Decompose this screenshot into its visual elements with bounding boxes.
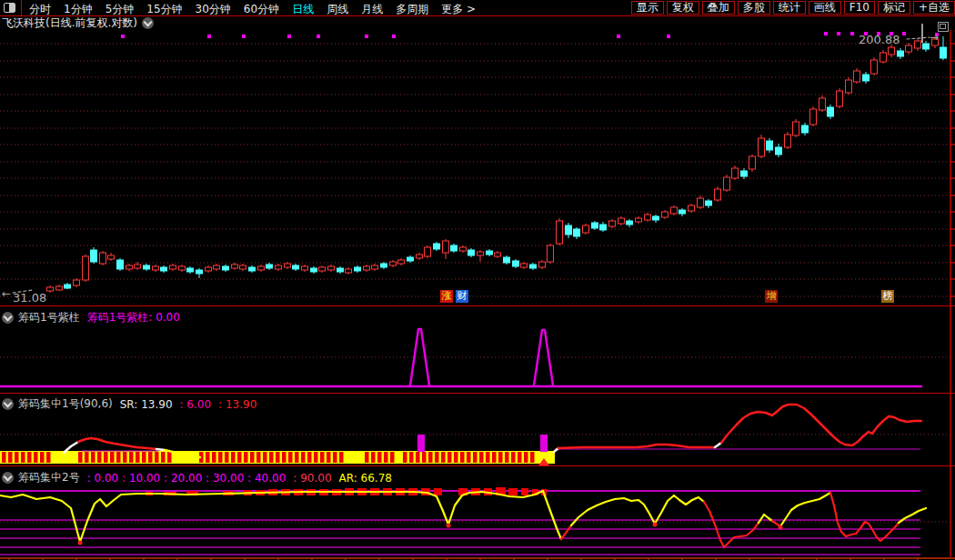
title-chevron-down-icon[interactable] [142, 17, 154, 29]
period-item-2[interactable]: 5分钟 [106, 3, 135, 15]
top-toolbar: 分时1分钟5分钟15分钟30分钟60分钟日线周线月线多周期更多 > 显示复权叠加… [0, 0, 955, 16]
period-item-1[interactable]: 1分钟 [64, 3, 93, 15]
period-item-6[interactable]: 日线 [292, 3, 314, 15]
period-item-0[interactable]: 分时 [29, 3, 51, 15]
symbol-title: 飞沃科技(日线.前复权.对数) [2, 15, 137, 31]
value-1: : 6.00 [180, 398, 212, 411]
toolbar-divider [21, 0, 22, 15]
sr-value: SR: 13.90 [120, 398, 173, 411]
svg-text:31.08: 31.08 [13, 291, 46, 305]
panel-ciazhu-value: 筹码1号紫柱: 0.00 [87, 310, 180, 325]
trading-app-window: 分时1分钟5分钟15分钟30分钟60分钟日线周线月线多周期更多 > 显示复权叠加… [0, 0, 955, 560]
period-menu: 分时1分钟5分钟15分钟30分钟60分钟日线周线月线多周期更多 > [29, 0, 488, 17]
tools-menu: 显示复权叠加多股统计画线F10标记+自选 [628, 1, 955, 15]
panel-chevron-down-icon[interactable] [2, 312, 14, 324]
panel-jizhong2-header: 筹码集中2号 : 0.00 : 10.00 : 20.00 : 30.00 : … [0, 470, 392, 485]
panel-window-icon[interactable] [938, 22, 949, 32]
period-item-8[interactable]: 月线 [361, 3, 383, 15]
chart-title-bar: 飞沃科技(日线.前复权.对数) [0, 16, 955, 30]
tool-item-3[interactable]: 多股 [738, 1, 770, 15]
panel-chevron-down-icon[interactable] [2, 472, 14, 484]
event-marker-3[interactable]: 榜 [881, 290, 894, 303]
period-item-7[interactable]: 周线 [327, 3, 348, 15]
period-item-10[interactable]: 更多 > [441, 3, 476, 15]
tool-item-1[interactable]: 复权 [667, 1, 699, 15]
event-marker-1[interactable]: 财 [456, 290, 468, 303]
period-item-4[interactable]: 30分钟 [196, 3, 231, 15]
main-candlestick-chart[interactable]: 200.88→←31.08 [0, 30, 955, 305]
period-item-9[interactable]: 多周期 [396, 3, 428, 15]
period-item-3[interactable]: 15分钟 [146, 3, 182, 15]
ref-values: : 0.00 : 10.00 : 20.00 : 30.00 : 40.00 [87, 472, 286, 485]
panel-chevron-down-icon[interactable] [2, 398, 14, 410]
svg-text:←: ← [2, 287, 11, 300]
tool-item-7[interactable]: 标记 [878, 1, 910, 15]
ar-value: AR: 66.78 [339, 472, 392, 485]
svg-text:200.88: 200.88 [859, 33, 900, 46]
event-marker-0[interactable]: 涨 [440, 290, 453, 303]
period-item-5[interactable]: 60分钟 [244, 3, 279, 15]
panel-ciazhu-header: 筹码1号紫柱 筹码1号紫柱: 0.00 [0, 310, 180, 325]
tool-item-2[interactable]: 叠加 [702, 1, 735, 15]
tool-item-8[interactable]: +自选 [913, 1, 955, 15]
panel-jizhong1-header: 筹码集中1号(90,6) SR: 13.90 : 6.00 : 13.90 [0, 396, 256, 412]
tool-item-0[interactable]: 显示 [631, 1, 664, 15]
ref-value-90: : 90.00 [293, 472, 331, 485]
panel-jizhong1-title: 筹码集中1号(90,6) [18, 396, 113, 412]
event-marker-2[interactable]: 增 [765, 290, 778, 303]
layout-toggle-icon[interactable] [4, 3, 15, 13]
value-2: : 13.90 [218, 398, 256, 411]
panel-ciazhu-title: 筹码1号紫柱 [18, 310, 80, 325]
tool-item-6[interactable]: F10 [844, 1, 875, 15]
panel-chevron-icon[interactable] [921, 24, 923, 41]
panel-jizhong2-title: 筹码集中2号 [18, 470, 80, 485]
tool-item-5[interactable]: 画线 [809, 1, 841, 15]
tool-item-4[interactable]: 统计 [773, 1, 806, 15]
svg-text:→: → [930, 31, 939, 44]
